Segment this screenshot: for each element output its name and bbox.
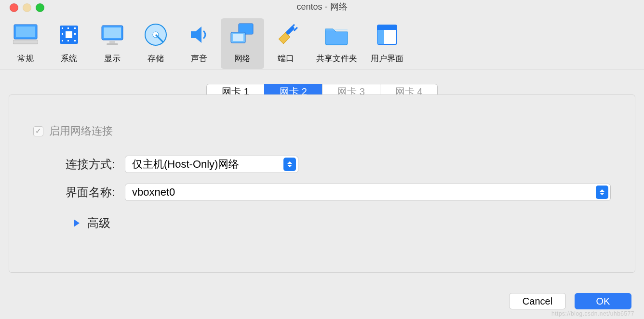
toolbar-label: 存储 [136, 53, 175, 64]
svg-rect-9 [74, 33, 76, 35]
advanced-disclosure[interactable]: 高级 [74, 215, 611, 231]
port-icon [272, 21, 299, 48]
updown-arrows-icon [596, 186, 608, 199]
toolbar-shared-folders[interactable]: 共享文件夹 [308, 18, 365, 69]
toolbar-label: 显示 [93, 53, 132, 64]
toolbar-network[interactable]: 网络 [221, 18, 264, 69]
attached-to-row: 连接方式: 仅主机(Host-Only)网络 [33, 156, 611, 173]
interface-name-label: 界面名称: [33, 185, 115, 200]
interface-name-row: 界面名称: vboxnet0 [33, 184, 611, 201]
speaker-icon [186, 21, 213, 48]
interface-name-select[interactable]: vboxnet0 [125, 184, 611, 201]
attached-to-label: 连接方式: [33, 157, 115, 172]
toolbar-label: 共享文件夹 [309, 53, 363, 64]
svg-rect-14 [104, 27, 121, 38]
svg-rect-5 [62, 27, 63, 29]
titlebar: centos - 网络 [0, 0, 644, 13]
enable-network-row: ✓ 启用网络连接 [33, 124, 611, 138]
display-icon [99, 21, 126, 48]
svg-rect-27 [377, 30, 384, 44]
disk-icon [142, 21, 169, 48]
enable-network-label: 启用网络连接 [49, 124, 113, 138]
toolbar-storage[interactable]: 存储 [134, 18, 177, 69]
enable-network-checkbox[interactable]: ✓ [33, 126, 43, 136]
adapter-settings-group: ✓ 启用网络连接 连接方式: 仅主机(Host-Only)网络 界面名称: vb… [9, 94, 635, 273]
svg-rect-4 [66, 31, 72, 38]
svg-rect-1 [16, 27, 35, 37]
triangle-right-icon [74, 219, 80, 227]
svg-rect-6 [67, 27, 69, 29]
interface-name-value: vboxnet0 [132, 186, 596, 199]
svg-rect-15 [109, 41, 115, 43]
svg-rect-16 [107, 43, 118, 45]
toolbar-ports[interactable]: 端口 [264, 18, 308, 69]
toolbar-user-interface[interactable]: 用户界面 [365, 18, 409, 69]
ui-icon [374, 21, 401, 48]
toolbar-display[interactable]: 显示 [91, 18, 134, 69]
window-title: centos - 网络 [0, 1, 644, 13]
svg-rect-26 [377, 25, 397, 30]
svg-rect-11 [67, 40, 69, 41]
toolbar-label: 系统 [49, 53, 89, 64]
content-area: 网卡 1 网卡 2 网卡 3 网卡 4 ✓ 启用网络连接 连接方式: 仅主机(H… [0, 69, 644, 273]
svg-rect-8 [62, 33, 63, 35]
chip-icon [55, 21, 82, 48]
toolbar-label: 端口 [266, 53, 306, 64]
toolbar-audio[interactable]: 声音 [177, 18, 221, 69]
toolbar-label: 网络 [223, 53, 262, 64]
updown-arrows-icon [283, 158, 296, 171]
toolbar-label: 用户界面 [367, 53, 407, 64]
svg-rect-2 [13, 40, 38, 44]
svg-rect-10 [62, 40, 63, 41]
toolbar-system[interactable]: 系统 [47, 18, 91, 69]
dialog-footer: Cancel OK [509, 293, 631, 309]
watermark-text: https://blog.csdn.net/uhb6577 [551, 310, 634, 317]
toolbar-label: 声音 [179, 53, 219, 64]
settings-toolbar: 常规 系统 显示 [0, 13, 644, 69]
attached-to-value: 仅主机(Host-Only)网络 [132, 157, 283, 172]
folder-icon [323, 21, 350, 48]
toolbar-label: 常规 [6, 53, 45, 64]
network-icon [229, 21, 256, 48]
monitor-icon [12, 21, 39, 48]
svg-rect-12 [74, 40, 76, 41]
advanced-label: 高级 [87, 215, 110, 231]
svg-rect-7 [74, 27, 76, 29]
toolbar-general[interactable]: 常规 [4, 18, 47, 69]
cancel-button[interactable]: Cancel [509, 293, 566, 309]
attached-to-select[interactable]: 仅主机(Host-Only)网络 [125, 156, 298, 173]
svg-rect-21 [233, 34, 243, 41]
ok-button[interactable]: OK [575, 293, 631, 309]
